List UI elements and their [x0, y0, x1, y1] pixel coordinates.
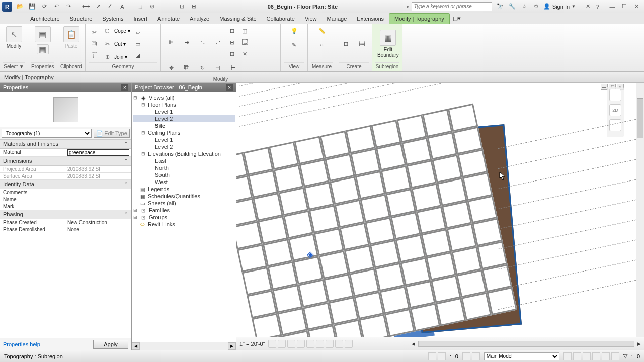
- canvas-hscroll[interactable]: [418, 341, 634, 347]
- geom1-icon[interactable]: ▱: [132, 27, 143, 38]
- join-label[interactable]: Join ▾: [114, 54, 127, 60]
- workset-selector[interactable]: Main Model: [484, 352, 559, 360]
- nav-2d-icon[interactable]: 2D: [609, 104, 621, 116]
- mirror1-icon[interactable]: ⇋: [195, 35, 209, 49]
- nav-bar[interactable]: 2D: [607, 87, 624, 137]
- select-panel-label[interactable]: Select ▼: [3, 62, 25, 70]
- 3d-icon[interactable]: ⬚: [135, 2, 145, 12]
- app-icon[interactable]: R: [2, 2, 12, 12]
- tree-level2[interactable]: Level 2: [133, 115, 235, 122]
- cut-label[interactable]: Cut ▾: [114, 41, 126, 47]
- close-button[interactable]: ✕: [631, 2, 642, 11]
- tree-south[interactable]: South: [133, 171, 235, 178]
- phasecreated-value[interactable]: New Construction: [65, 219, 131, 226]
- paste-geom-icon[interactable]: ⿸: [89, 50, 100, 61]
- mirror2-icon[interactable]: ⇌: [211, 35, 225, 49]
- status-icon-8[interactable]: [592, 352, 600, 360]
- trim-icon[interactable]: ⊣: [211, 61, 225, 75]
- tab-analyze[interactable]: Analyze: [185, 13, 214, 24]
- tree-clevel2[interactable]: Level 2: [133, 143, 235, 150]
- properties-close-icon[interactable]: ×: [121, 84, 128, 91]
- measure-icon[interactable]: 📏: [314, 25, 330, 36]
- tab-extensions[interactable]: Extensions: [352, 13, 389, 24]
- tree-east[interactable]: East: [133, 157, 235, 164]
- canvas[interactable]: — ☐ × 2D: [236, 83, 636, 337]
- vc-icon-2[interactable]: [278, 340, 286, 348]
- material-input[interactable]: [67, 149, 129, 156]
- vc-icon-5[interactable]: [306, 340, 314, 348]
- tree-schedules[interactable]: ▦Schedules/Quantities: [133, 193, 235, 200]
- dim-icon[interactable]: ⟷: [81, 2, 91, 12]
- join-icon[interactable]: ⊕: [102, 51, 113, 62]
- align-icon[interactable]: ↗: [93, 2, 103, 12]
- filter-chevron-icon[interactable]: ▽: [623, 353, 627, 359]
- properties-help-link[interactable]: Properties help: [3, 341, 40, 347]
- tree-ceilingplans[interactable]: ⊟Ceiling Plans: [133, 129, 235, 136]
- view1-icon[interactable]: 💡: [289, 25, 300, 36]
- tree-elevations[interactable]: ⊟Elevations (Building Elevation: [133, 150, 235, 157]
- tree-revitlinks[interactable]: ⬭Revit Links: [133, 221, 235, 228]
- tree-north[interactable]: North: [133, 164, 235, 171]
- redo-icon[interactable]: ↷: [63, 2, 73, 12]
- vc-icon-1[interactable]: [268, 340, 276, 348]
- scale-label[interactable]: 1" = 20'-0": [239, 341, 265, 347]
- signin-button[interactable]: 👤 Sign In ▼: [541, 3, 578, 10]
- m2-icon[interactable]: ⊟: [226, 37, 237, 48]
- properties-button[interactable]: ▤ ▦: [33, 25, 53, 55]
- tab-systems[interactable]: Systems: [97, 13, 128, 24]
- sync-icon[interactable]: ⟳: [39, 2, 49, 12]
- cat-materials[interactable]: Materials and Finishes⌃: [0, 140, 131, 149]
- cat-dimensions[interactable]: Dimensions⌃: [0, 157, 131, 166]
- move-icon[interactable]: ✥: [164, 61, 178, 75]
- copy-icon[interactable]: ⿻: [180, 61, 194, 75]
- nav-home-icon[interactable]: [609, 89, 621, 101]
- m5-icon[interactable]: ⿺: [239, 37, 250, 48]
- help-icon[interactable]: ?: [593, 2, 603, 12]
- m4-icon[interactable]: ◫: [239, 25, 250, 36]
- vc-icon-6[interactable]: [316, 340, 324, 348]
- align-icon[interactable]: ⊫: [164, 35, 178, 49]
- rotate-icon[interactable]: ↻: [195, 61, 209, 75]
- undo-icon[interactable]: ↶: [51, 2, 61, 12]
- search-input[interactable]: [412, 2, 492, 11]
- status-icon-7[interactable]: [583, 352, 591, 360]
- edit-type-button[interactable]: 📄Edit Type: [94, 129, 130, 138]
- cut-geom-icon[interactable]: ✂: [89, 27, 100, 38]
- tab-massing[interactable]: Massing & Site: [214, 13, 261, 24]
- vc-icon-8[interactable]: [335, 340, 343, 348]
- dim2-icon[interactable]: ↔: [314, 39, 330, 50]
- cut-icon[interactable]: ✂: [102, 38, 113, 49]
- maximize-button[interactable]: ☐: [619, 2, 630, 11]
- origin-marker-icon[interactable]: ◈: [307, 249, 317, 259]
- m1-icon[interactable]: ⊡: [226, 25, 237, 36]
- tree-sheets[interactable]: ▭Sheets (all): [133, 200, 235, 207]
- switch-icon[interactable]: ⊞: [189, 2, 199, 12]
- tab-architecture[interactable]: Architecture: [25, 13, 65, 24]
- browser-header[interactable]: Project Browser - 06_Begin ×: [132, 83, 236, 92]
- tree-families[interactable]: ⊞⊡Families: [133, 207, 235, 214]
- copy-geom-icon[interactable]: ⿻: [89, 38, 100, 49]
- m3-icon[interactable]: ⊞: [226, 48, 237, 59]
- close-hidden-icon[interactable]: ⊡: [177, 2, 187, 12]
- canvas-vscroll[interactable]: [636, 83, 644, 337]
- thin-icon[interactable]: ≡: [159, 2, 169, 12]
- vc-icon-3[interactable]: [287, 340, 295, 348]
- tree-west[interactable]: West: [133, 178, 235, 186]
- status-icon-4[interactable]: [472, 352, 480, 360]
- nav-wheel-icon[interactable]: [609, 119, 621, 131]
- view2-icon[interactable]: ✎: [289, 39, 300, 50]
- m6-icon[interactable]: ✕: [239, 48, 250, 59]
- key-icon[interactable]: 🔧: [507, 2, 517, 12]
- mark-value[interactable]: [65, 203, 131, 210]
- drawing-area[interactable]: — ☐ × 2D: [236, 83, 644, 350]
- apply-button[interactable]: Apply: [93, 340, 128, 349]
- edit-boundary-button[interactable]: ▦ Edit Boundary: [375, 29, 401, 59]
- tab-insert[interactable]: Insert: [129, 13, 153, 24]
- binoculars-icon[interactable]: 🔭: [495, 2, 505, 12]
- tab-structure[interactable]: Structure: [65, 13, 98, 24]
- geom3-icon[interactable]: ◪: [132, 50, 143, 61]
- cat-phasing[interactable]: Phasing⌃: [0, 210, 131, 219]
- browser-hscroll[interactable]: ◀▶: [132, 342, 236, 350]
- tree-level1[interactable]: Level 1: [133, 108, 235, 115]
- name-value[interactable]: [65, 196, 131, 203]
